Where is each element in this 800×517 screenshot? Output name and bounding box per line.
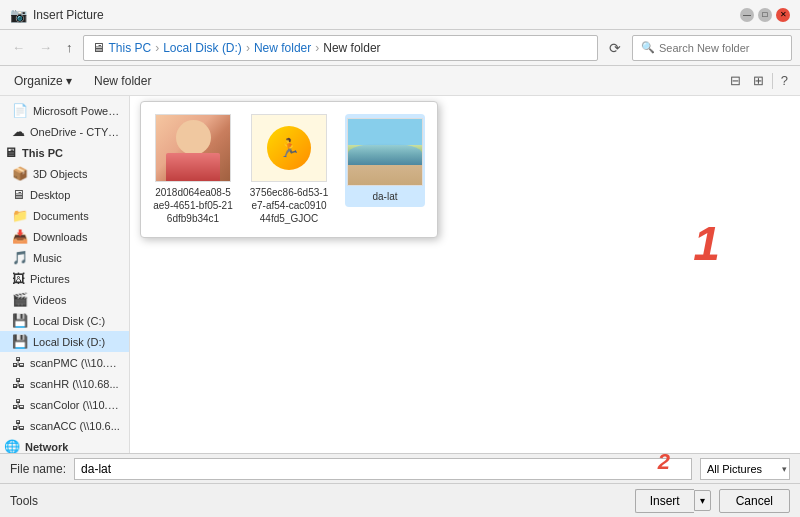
scancolor-icon: 🖧	[12, 397, 25, 412]
grid-view-button[interactable]: ⊞	[749, 71, 768, 90]
search-input[interactable]	[659, 42, 797, 54]
filename-label: File name:	[10, 462, 66, 476]
pictures-icon: 🖼	[12, 271, 25, 286]
logo-image: 🏃	[252, 115, 326, 181]
sidebar-item-locald[interactable]: 💾 Local Disk (D:)	[0, 331, 129, 352]
sea-image	[348, 119, 422, 185]
sidebar-label-locald: Local Disk (D:)	[33, 336, 105, 348]
sidebar-label-3dobjects: 3D Objects	[33, 168, 87, 180]
toolbar: Organize ▾ New folder ⊟ ⊞ ?	[0, 66, 800, 96]
title-bar-left: 📷 Insert Picture	[10, 7, 104, 23]
search-icon: 🔍	[641, 41, 655, 54]
sidebar-label-thispc: This PC	[22, 147, 63, 159]
list-view-button[interactable]: ⊟	[726, 71, 745, 90]
forward-button[interactable]: →	[35, 38, 56, 57]
preview-label-girl: 2018d064ea08-5ae9-4651-bf05-216dfb9b34c1	[153, 186, 233, 225]
sidebar-item-localc[interactable]: 💾 Local Disk (C:)	[0, 310, 129, 331]
sidebar-item-3dobjects[interactable]: 📦 3D Objects	[0, 163, 129, 184]
breadcrumb-newfolder1[interactable]: New folder	[254, 41, 311, 55]
sidebar-item-documents[interactable]: 📁 Documents	[0, 205, 129, 226]
toolbar-separator	[772, 73, 773, 89]
close-button[interactable]: ✕	[776, 8, 790, 22]
preview-item-sea[interactable]: da-lat	[345, 114, 425, 207]
filename-input[interactable]	[74, 458, 692, 480]
breadcrumb-current: New folder	[323, 41, 380, 55]
tools-label: Tools	[10, 494, 38, 508]
title-text: Insert Picture	[33, 8, 104, 22]
localc-icon: 💾	[12, 313, 28, 328]
organize-button[interactable]: Organize ▾	[8, 72, 78, 90]
sidebar-item-videos[interactable]: 🎬 Videos	[0, 289, 129, 310]
sidebar-label-documents: Documents	[33, 210, 89, 222]
music-icon: 🎵	[12, 250, 28, 265]
help-button[interactable]: ?	[777, 71, 792, 90]
search-bar: 🔍	[632, 35, 792, 61]
up-button[interactable]: ↑	[62, 38, 77, 57]
documents-icon: 📁	[12, 208, 28, 223]
sidebar-item-scancolor[interactable]: 🖧 scanColor (\\10.6...	[0, 394, 129, 415]
refresh-button[interactable]: ⟳	[604, 38, 626, 58]
desktop-icon: 🖥	[12, 187, 25, 202]
sidebar-item-onedrive[interactable]: ☁ OneDrive - CTY C...	[0, 121, 129, 142]
powerpoint-icon: 📄	[12, 103, 28, 118]
preview-item-logo[interactable]: 🏃 3756ec86-6d53-1e7-af54-cac091044fd5_GJ…	[249, 114, 329, 225]
sidebar-item-pictures[interactable]: 🖼 Pictures	[0, 268, 129, 289]
sidebar-item-scanacc[interactable]: 🖧 scanACC (\\10.6...	[0, 415, 129, 436]
sidebar-label-pictures: Pictures	[30, 273, 70, 285]
sidebar-label-videos: Videos	[33, 294, 66, 306]
preview-img-girl	[155, 114, 231, 182]
title-bar: 📷 Insert Picture — □ ✕	[0, 0, 800, 30]
toolbar-right: ⊟ ⊞ ?	[726, 71, 792, 90]
sidebar-label-music: Music	[33, 252, 62, 264]
preview-popup: 2018d064ea08-5ae9-4651-bf05-216dfb9b34c1…	[140, 101, 438, 238]
file-area[interactable]: 2018d064ea08-5ae9-4651-bf05-216dfb9b34c1…	[130, 96, 800, 453]
sidebar-label-scancolor: scanColor (\\10.6...	[30, 399, 121, 411]
address-bar: ← → ↑ 🖥 This PC › Local Disk (D:) › New …	[0, 30, 800, 66]
sidebar-item-powerpoint[interactable]: 📄 Microsoft PowerP...	[0, 100, 129, 121]
sidebar-label-powerpoint: Microsoft PowerP...	[33, 105, 121, 117]
sidebar-item-scanpmc[interactable]: 🖧 scanPMC (\\10.6...	[0, 352, 129, 373]
insert-arrow-button[interactable]: ▾	[694, 490, 711, 511]
downloads-icon: 📥	[12, 229, 28, 244]
sidebar-item-music[interactable]: 🎵 Music	[0, 247, 129, 268]
scanacc-icon: 🖧	[12, 418, 25, 433]
breadcrumb-thispc[interactable]: This PC	[109, 41, 152, 55]
sidebar-item-scanhr[interactable]: 🖧 scanHR (\\10.68...	[0, 373, 129, 394]
sidebar-label-network: Network	[25, 441, 68, 453]
title-controls: — □ ✕	[740, 8, 790, 22]
videos-icon: 🎬	[12, 292, 28, 307]
3dobjects-icon: 📦	[12, 166, 28, 181]
maximize-button[interactable]: □	[758, 8, 772, 22]
sidebar-label-scanacc: scanACC (\\10.6...	[30, 420, 120, 432]
logo-circle: 🏃	[267, 126, 311, 170]
sidebar-label-desktop: Desktop	[30, 189, 70, 201]
sidebar-item-network[interactable]: 🌐 Network	[0, 436, 129, 453]
sidebar-label-scanpmc: scanPMC (\\10.6...	[30, 357, 121, 369]
filetype-dropdown-wrapper: All Pictures JPEG PNG BMP GIF ▾	[700, 458, 790, 480]
sidebar-item-desktop[interactable]: 🖥 Desktop	[0, 184, 129, 205]
cancel-button[interactable]: Cancel	[719, 489, 790, 513]
sidebar-item-downloads[interactable]: 📥 Downloads	[0, 226, 129, 247]
main-content: 📄 Microsoft PowerP... ☁ OneDrive - CTY C…	[0, 96, 800, 453]
thispc-icon: 🖥	[4, 145, 17, 160]
back-button[interactable]: ←	[8, 38, 29, 57]
insert-button[interactable]: Insert	[635, 489, 694, 513]
action-bar: Tools 2 Insert ▾ Cancel	[0, 483, 800, 517]
preview-item-girl[interactable]: 2018d064ea08-5ae9-4651-bf05-216dfb9b34c1	[153, 114, 233, 225]
filetype-dropdown[interactable]: All Pictures JPEG PNG BMP GIF	[700, 458, 790, 480]
new-folder-button[interactable]: New folder	[88, 72, 157, 90]
insert-button-group: Insert ▾	[635, 489, 711, 513]
filename-bar: File name: All Pictures JPEG PNG BMP GIF…	[0, 453, 800, 483]
preview-label-logo: 3756ec86-6d53-1e7-af54-cac091044fd5_GJOC	[249, 186, 329, 225]
preview-img-sea	[347, 118, 423, 186]
sidebar-item-thispc[interactable]: 🖥 This PC	[0, 142, 129, 163]
number-badge-1: 1	[693, 216, 720, 271]
sidebar-label-localc: Local Disk (C:)	[33, 315, 105, 327]
preview-label-sea: da-lat	[372, 190, 397, 203]
network-icon: 🌐	[4, 439, 20, 453]
number-badge-2: 2	[658, 449, 670, 475]
minimize-button[interactable]: —	[740, 8, 754, 22]
locald-icon: 💾	[12, 334, 28, 349]
breadcrumb: 🖥 This PC › Local Disk (D:) › New folder…	[83, 35, 599, 61]
breadcrumb-locald[interactable]: Local Disk (D:)	[163, 41, 242, 55]
